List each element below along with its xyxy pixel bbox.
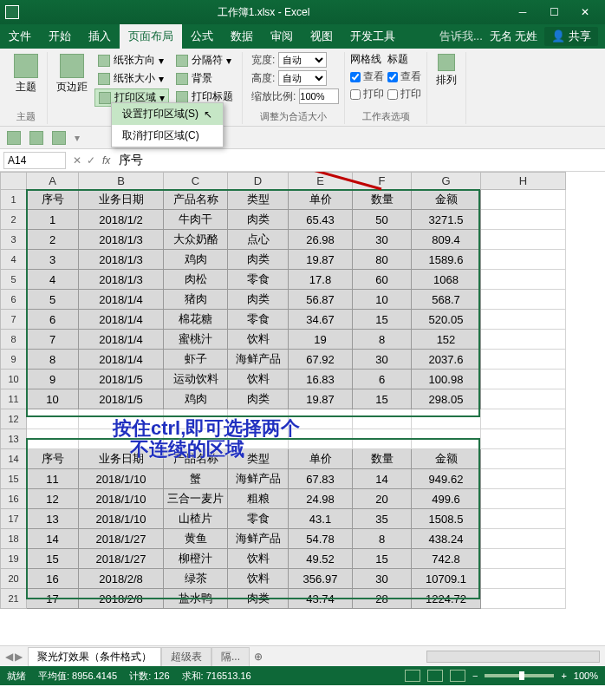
cell[interactable]: 568.7: [412, 290, 481, 310]
view-normal-icon[interactable]: [405, 670, 420, 682]
cell[interactable]: 1224.72: [412, 589, 481, 609]
cell[interactable]: 肉松: [164, 270, 228, 290]
cell[interactable]: 28: [353, 589, 412, 609]
zoom-in-button[interactable]: +: [561, 671, 566, 681]
row-header[interactable]: 19: [1, 549, 27, 569]
cell[interactable]: [481, 370, 566, 389]
row-header[interactable]: 2: [1, 210, 27, 230]
width-select[interactable]: 自动: [278, 52, 327, 68]
column-header[interactable]: B: [79, 173, 164, 190]
clear-print-area-item[interactable]: 取消打印区域(C): [112, 125, 223, 147]
row-header[interactable]: 7: [1, 310, 27, 330]
worksheet[interactable]: ABCDEFGH1序号业务日期产品名称类型单价数量金额212018/1/2牛肉干…: [0, 172, 605, 645]
cell[interactable]: 7: [27, 330, 79, 350]
cell[interactable]: [481, 290, 566, 310]
cell[interactable]: 黄鱼: [164, 529, 228, 549]
cell[interactable]: 2018/1/4: [79, 290, 164, 310]
cell[interactable]: [481, 310, 566, 330]
formula-input[interactable]: [115, 152, 605, 169]
cell[interactable]: 15: [353, 549, 412, 569]
cell[interactable]: 山楂片: [164, 509, 228, 529]
cell[interactable]: 14: [353, 469, 412, 489]
cell[interactable]: 序号: [27, 190, 79, 210]
tab-home[interactable]: 开始: [40, 24, 80, 49]
cell[interactable]: [27, 409, 79, 429]
cell[interactable]: 饮料: [228, 330, 289, 350]
cell[interactable]: 数量: [353, 449, 412, 469]
cell[interactable]: 1589.6: [412, 250, 481, 270]
cell[interactable]: 1508.5: [412, 509, 481, 529]
cell[interactable]: 19.87: [289, 389, 353, 409]
tab-page-layout[interactable]: 页面布局: [120, 24, 182, 49]
cell[interactable]: 30: [353, 230, 412, 250]
cell[interactable]: 三合一麦片: [164, 489, 228, 509]
tell-me[interactable]: 告诉我...: [439, 29, 483, 44]
cell[interactable]: 16: [27, 569, 79, 589]
cell[interactable]: 2037.6: [412, 350, 481, 370]
cell[interactable]: [481, 569, 566, 589]
cell[interactable]: 2018/1/5: [79, 389, 164, 409]
cell[interactable]: 零食: [228, 509, 289, 529]
cell[interactable]: 6: [353, 370, 412, 389]
cell[interactable]: 10709.1: [412, 569, 481, 589]
sheet-tab-3[interactable]: 隔...: [211, 647, 250, 666]
cell[interactable]: 海鲜产品: [228, 350, 289, 370]
cell[interactable]: 点心: [228, 230, 289, 250]
row-header[interactable]: 14: [1, 449, 27, 469]
cell[interactable]: [481, 270, 566, 290]
cell[interactable]: 65.43: [289, 210, 353, 230]
tab-insert[interactable]: 插入: [80, 24, 120, 49]
row-header[interactable]: 18: [1, 529, 27, 549]
cell[interactable]: 蟹: [164, 469, 228, 489]
cell[interactable]: 零食: [228, 270, 289, 290]
column-header[interactable]: [1, 173, 27, 190]
gridlines-print-check[interactable]: 打印: [350, 87, 384, 101]
cell[interactable]: 15: [353, 310, 412, 330]
zoom-out-button[interactable]: −: [472, 671, 478, 681]
row-header[interactable]: 6: [1, 290, 27, 310]
cell[interactable]: 8: [353, 529, 412, 549]
tab-nav-prev[interactable]: ◀: [5, 651, 13, 663]
cell[interactable]: [481, 469, 566, 489]
cell[interactable]: 949.62: [412, 469, 481, 489]
tab-devtools[interactable]: 开发工具: [342, 24, 404, 49]
cell[interactable]: 356.97: [289, 569, 353, 589]
cell[interactable]: 肉类: [228, 389, 289, 409]
row-header[interactable]: 13: [1, 429, 27, 449]
cell[interactable]: 2018/1/4: [79, 350, 164, 370]
restore-button[interactable]: ☐: [539, 3, 569, 21]
cell[interactable]: 业务日期: [79, 190, 164, 210]
cell[interactable]: [27, 429, 79, 449]
cell[interactable]: 产品名称: [164, 190, 228, 210]
tab-formulas[interactable]: 公式: [182, 24, 222, 49]
cell[interactable]: 1: [27, 210, 79, 230]
cell[interactable]: 12: [27, 489, 79, 509]
cell[interactable]: 15: [353, 389, 412, 409]
cell[interactable]: 19: [289, 330, 353, 350]
close-button[interactable]: ✕: [570, 3, 600, 21]
cell[interactable]: [481, 190, 566, 210]
column-header[interactable]: A: [27, 173, 79, 190]
headings-print-check[interactable]: 打印: [387, 87, 421, 101]
cancel-icon[interactable]: ✕: [73, 154, 81, 167]
cell[interactable]: 4: [27, 270, 79, 290]
add-sheet-button[interactable]: ⊕: [250, 651, 267, 663]
cell[interactable]: 牛肉干: [164, 210, 228, 230]
cell[interactable]: 金额: [412, 190, 481, 210]
qat-save-icon[interactable]: [7, 131, 21, 145]
cell[interactable]: 单价: [289, 190, 353, 210]
cell[interactable]: 2018/1/3: [79, 230, 164, 250]
cell[interactable]: 15: [27, 549, 79, 569]
row-header[interactable]: 12: [1, 409, 27, 429]
qat-undo-icon[interactable]: [29, 131, 43, 145]
cell[interactable]: 猪肉: [164, 290, 228, 310]
cell[interactable]: 2018/1/5: [79, 370, 164, 389]
cell[interactable]: 520.05: [412, 310, 481, 330]
tab-view[interactable]: 视图: [302, 24, 342, 49]
row-header[interactable]: 5: [1, 270, 27, 290]
column-header[interactable]: D: [228, 173, 289, 190]
cell[interactable]: [481, 389, 566, 409]
view-page-layout-icon[interactable]: [427, 670, 443, 682]
cell[interactable]: 17: [27, 589, 79, 609]
cell[interactable]: 14: [27, 529, 79, 549]
